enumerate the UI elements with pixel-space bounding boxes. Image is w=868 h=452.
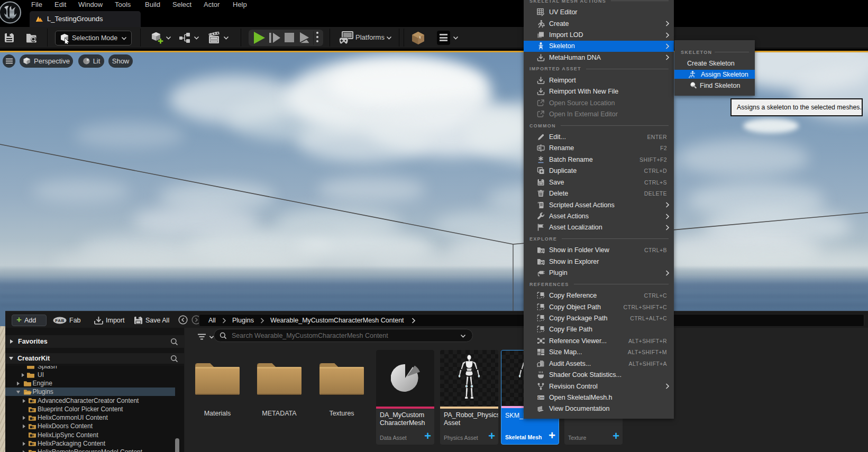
- svg-text:FAB: FAB: [55, 318, 65, 323]
